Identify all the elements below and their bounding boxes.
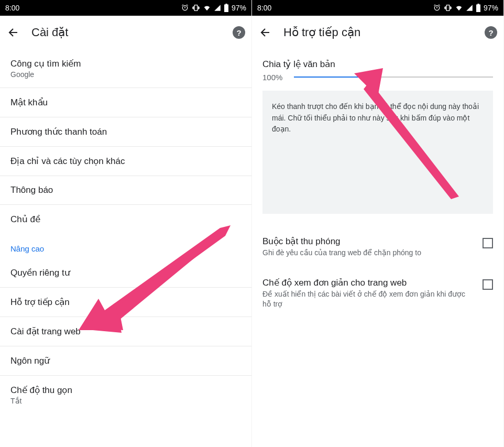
status-time: 8:00 <box>5 4 19 12</box>
signal-icon <box>214 4 221 12</box>
arrow-left-icon <box>7 26 20 39</box>
item-label: Mật khẩu <box>10 97 241 108</box>
slider-thumb[interactable] <box>361 73 370 81</box>
settings-item-lite-mode[interactable]: Chế độ thu gọn Tắt <box>0 376 251 414</box>
settings-item-theme[interactable]: Chủ đề <box>0 205 251 234</box>
settings-item-accessibility[interactable]: Hỗ trợ tiếp cận <box>0 288 251 317</box>
alarm-icon <box>433 4 441 12</box>
back-button[interactable] <box>258 25 273 40</box>
accessibility-screen: 8:00 97% Hỗ trợ tiếp cận ? Chia tỷ lệ vă… <box>252 0 504 447</box>
item-label: Chủ đề <box>10 214 241 225</box>
app-bar: Hỗ trợ tiếp cận ? <box>252 16 503 49</box>
force-zoom-checkbox[interactable] <box>483 238 493 248</box>
settings-item-passwords[interactable]: Mật khẩu <box>0 88 251 117</box>
status-bar: 8:00 97% <box>0 0 251 16</box>
status-time: 8:00 <box>257 4 271 12</box>
item-label: Ngôn ngữ <box>10 355 241 366</box>
text-scaling-label: Chia tỷ lệ văn bản <box>262 59 493 70</box>
section-advanced: Nâng cao <box>0 234 251 258</box>
settings-list: Công cụ tìm kiếm Google Mật khẩu Phương … <box>0 49 251 447</box>
battery-percent: 97% <box>232 4 246 12</box>
app-bar: Cài đặt ? <box>0 16 251 49</box>
item-value: Tắt <box>10 397 241 405</box>
help-button[interactable]: ? <box>233 26 245 39</box>
battery-icon <box>224 4 229 12</box>
item-label: Cài đặt trang web <box>10 326 241 337</box>
settings-item-payment[interactable]: Phương thức thanh toán <box>0 117 251 147</box>
settings-item-site-settings[interactable]: Cài đặt trang web <box>0 317 251 346</box>
item-label: Địa chỉ và các tùy chọn khác <box>10 156 241 167</box>
battery-percent: 97% <box>484 4 498 12</box>
vibrate-icon <box>444 4 452 12</box>
page-title: Hỗ trợ tiếp cận <box>283 26 474 39</box>
slider-fill <box>294 77 366 78</box>
force-zoom-title: Buộc bật thu phóng <box>262 236 474 247</box>
settings-screen: 8:00 97% Cài đặt ? Công cụ tìm kiếm Goog… <box>0 0 252 447</box>
battery-icon <box>476 4 481 12</box>
wifi-icon <box>455 4 463 12</box>
item-value: Google <box>10 70 241 79</box>
settings-item-notifications[interactable]: Thông báo <box>0 176 251 205</box>
force-zoom-row[interactable]: Buộc bật thu phóng Ghi đè yêu cầu của tr… <box>252 226 503 268</box>
page-title: Cài đặt <box>31 26 222 39</box>
status-right: 97% <box>181 4 246 12</box>
status-bar: 8:00 97% <box>252 0 503 16</box>
simplified-title: Chế độ xem đơn giản cho trang web <box>262 277 474 288</box>
simplified-checkbox[interactable] <box>483 279 493 290</box>
settings-item-addresses[interactable]: Địa chỉ và các tùy chọn khác <box>0 147 251 176</box>
force-zoom-subtitle: Ghi đè yêu cầu của trang web để chặn phó… <box>262 248 474 258</box>
status-right: 97% <box>433 4 498 12</box>
item-label: Hỗ trợ tiếp cận <box>10 297 241 308</box>
settings-item-language[interactable]: Ngôn ngữ <box>0 346 251 376</box>
simplified-view-row[interactable]: Chế độ xem đơn giản cho trang web Đề xuấ… <box>252 268 503 319</box>
text-scaling-hint: Kéo thanh trượt cho đến khi bạn có thể đ… <box>262 91 493 214</box>
item-label: Quyền riêng tư <box>10 267 241 278</box>
simplified-subtitle: Đề xuất hiển thị các bài viết ở chế độ x… <box>262 289 474 310</box>
wifi-icon <box>203 4 211 12</box>
back-button[interactable] <box>6 25 21 40</box>
vibrate-icon <box>192 4 200 12</box>
item-label: Công cụ tìm kiếm <box>10 58 241 69</box>
arrow-left-icon <box>259 26 272 39</box>
item-label: Chế độ thu gọn <box>10 385 241 396</box>
alarm-icon <box>181 4 189 12</box>
help-button[interactable]: ? <box>485 26 497 39</box>
signal-icon <box>466 4 473 12</box>
item-label: Phương thức thanh toán <box>10 126 241 137</box>
settings-item-search-engine[interactable]: Công cụ tìm kiếm Google <box>0 49 251 88</box>
accessibility-content: Chia tỷ lệ văn bản 100% Kéo thanh trượt … <box>252 49 503 447</box>
item-label: Thông báo <box>10 185 241 195</box>
settings-item-privacy[interactable]: Quyền riêng tư <box>0 258 251 288</box>
text-scaling-percent: 100% <box>262 73 286 82</box>
text-scaling-block: Chia tỷ lệ văn bản 100% <box>252 49 503 85</box>
text-scaling-slider[interactable] <box>294 72 493 82</box>
